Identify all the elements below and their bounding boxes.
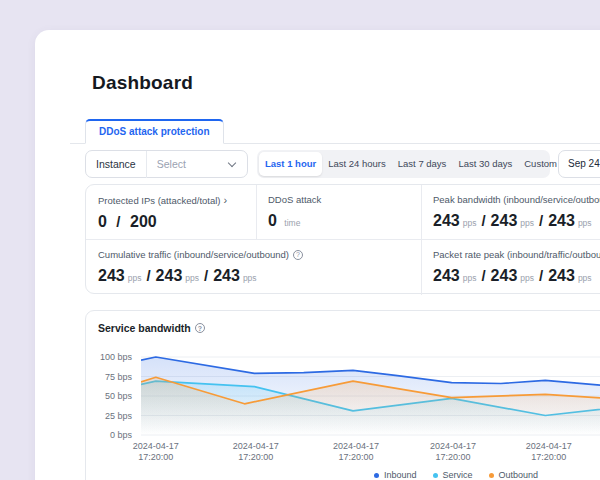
stat-unit: time <box>284 218 300 228</box>
range-last-7-days[interactable]: Last 7 days <box>392 152 453 176</box>
stat-value: 243pps/243pps/243pps <box>433 267 600 285</box>
stat-unit: pps <box>185 273 199 283</box>
stat-unit: pps <box>463 218 477 228</box>
x-tick-label: 2024-04-1717:20:00 <box>324 441 388 463</box>
stat-label: Packet rate peak (inbound/traffic/outbou… <box>433 249 600 260</box>
stat-value: 0 / 200 <box>98 213 244 231</box>
x-tick-label: 2024-04-1717:20:00 <box>124 441 188 463</box>
stat-unit: pps <box>578 218 592 228</box>
x-tick-label: 2024-04-1717:20:00 <box>224 441 288 463</box>
stat-number: 243 <box>433 267 460 284</box>
arrow-right-icon[interactable]: › <box>224 194 228 206</box>
datetime-picker[interactable]: Sep 24, 2025 09:00:00 <box>558 150 600 178</box>
y-tick-label: 50 bps <box>88 391 132 401</box>
y-tick-label: 100 bps <box>88 352 132 362</box>
chart-title-text: Service bandwidth <box>98 322 191 334</box>
stats-panel: Protected IPs (attacked/total) › 0 / 200… <box>85 184 600 294</box>
stat-cumulative-traffic: Cumulative traffic (inbound/service/outb… <box>86 240 421 295</box>
stat-value: 0 time <box>268 212 409 230</box>
stat-number: 243 <box>491 212 518 229</box>
stat-number: 243 <box>98 267 125 284</box>
stat-unit: pps <box>520 273 534 283</box>
instance-placeholder: Select <box>147 158 229 170</box>
page-title: Dashboard <box>92 72 193 94</box>
y-tick-label: 0 bps <box>88 430 132 440</box>
instance-label: Instance <box>86 158 146 170</box>
legend-label: Service <box>443 470 473 480</box>
stat-label: Cumulative traffic (inbound/service/outb… <box>98 249 409 260</box>
range-last-1-hour[interactable]: Last 1 hour <box>259 152 322 176</box>
legend-label: Outbound <box>499 470 539 480</box>
chevron-down-icon <box>228 158 236 166</box>
stat-number: 243 <box>548 212 575 229</box>
stat-number: 0 <box>98 213 107 230</box>
x-tick-label: 2024-04-1717:20:00 <box>421 441 485 463</box>
stat-label: Protected IPs (attacked/total) › <box>98 194 244 206</box>
stat-label-text: DDoS attack <box>268 194 321 205</box>
legend-label: Inbound <box>384 470 417 480</box>
stat-number: 243 <box>156 267 183 284</box>
stat-unit: pps <box>520 218 534 228</box>
stat-peak-bandwidth: Peak bandwidth (inbound/service/outbound… <box>421 185 600 239</box>
legend-item-service[interactable]: Service <box>433 470 473 480</box>
stat-value: 243pps/243pps/243pps <box>433 212 600 230</box>
tab-bar: DDoS attack protection <box>70 120 600 144</box>
stat-unit: pps <box>578 273 592 283</box>
legend-item-inbound[interactable]: Inbound <box>374 470 417 480</box>
y-tick-label: 25 bps <box>88 411 132 421</box>
chart-legend: InboundServiceOutbound <box>374 470 538 480</box>
range-custom[interactable]: Custom <box>518 152 563 176</box>
legend-dot-icon <box>489 473 494 478</box>
legend-dot-icon <box>433 473 438 478</box>
chart-title: Service bandwidth ? <box>98 322 205 334</box>
legend-dot-icon <box>374 473 379 478</box>
stat-number: 243 <box>491 267 518 284</box>
stat-separator: / <box>539 212 543 229</box>
legend-item-outbound[interactable]: Outbound <box>489 470 539 480</box>
stat-unit: pps <box>463 273 477 283</box>
stat-unit: pps <box>243 273 257 283</box>
stat-ddos-attack: DDoS attack 0 time <box>256 185 421 239</box>
stat-label-text: Packet rate peak (inbound/traffic/outbou… <box>433 249 600 260</box>
stat-label-text: Cumulative traffic (inbound/service/outb… <box>98 249 289 260</box>
screen: Dashboard DDoS attack protection Instanc… <box>0 0 600 480</box>
stat-separator: / <box>204 267 208 284</box>
stat-number: 243 <box>213 267 240 284</box>
help-icon[interactable]: ? <box>195 323 205 333</box>
range-last-24-hours[interactable]: Last 24 hours <box>322 152 392 176</box>
main-card: Dashboard DDoS attack protection Instanc… <box>35 30 600 480</box>
line-chart-plot[interactable] <box>141 353 600 437</box>
stat-separator: / <box>146 267 150 284</box>
stat-protected-ips: Protected IPs (attacked/total) › 0 / 200 <box>86 185 256 239</box>
x-tick-label: 2024-04-1717:20:00 <box>517 441 581 463</box>
stat-number: 243 <box>548 267 575 284</box>
range-last-30-days[interactable]: Last 30 days <box>452 152 518 176</box>
instance-select[interactable]: Instance Select <box>85 150 248 178</box>
stat-separator: / <box>481 267 485 284</box>
stat-number: 200 <box>130 213 157 230</box>
stat-label-text: Protected IPs (attacked/total) <box>98 195 221 206</box>
tab-ddos-attack-protection[interactable]: DDoS attack protection <box>85 119 224 144</box>
stat-label: Peak bandwidth (inbound/service/outbound… <box>433 194 600 205</box>
time-range-group: Last 1 hour Last 24 hours Last 7 days La… <box>257 150 550 178</box>
stat-unit: pps <box>128 273 142 283</box>
stat-value: 243pps/243pps/243pps <box>98 267 409 285</box>
stat-separator: / <box>481 212 485 229</box>
y-tick-label: 75 bps <box>88 372 132 382</box>
stat-label: DDoS attack <box>268 194 409 205</box>
help-icon[interactable]: ? <box>293 250 303 260</box>
stat-number: 0 <box>268 212 277 229</box>
service-bandwidth-panel: Service bandwidth ? 0 bps25 bps50 bps75 … <box>85 310 600 480</box>
stat-label-text: Peak bandwidth (inbound/service/outbound… <box>433 194 600 205</box>
stat-number: 243 <box>433 212 460 229</box>
stat-packet-rate-peak: Packet rate peak (inbound/traffic/outbou… <box>421 240 600 295</box>
stat-separator: / <box>539 267 543 284</box>
stat-separator: / <box>116 213 120 230</box>
